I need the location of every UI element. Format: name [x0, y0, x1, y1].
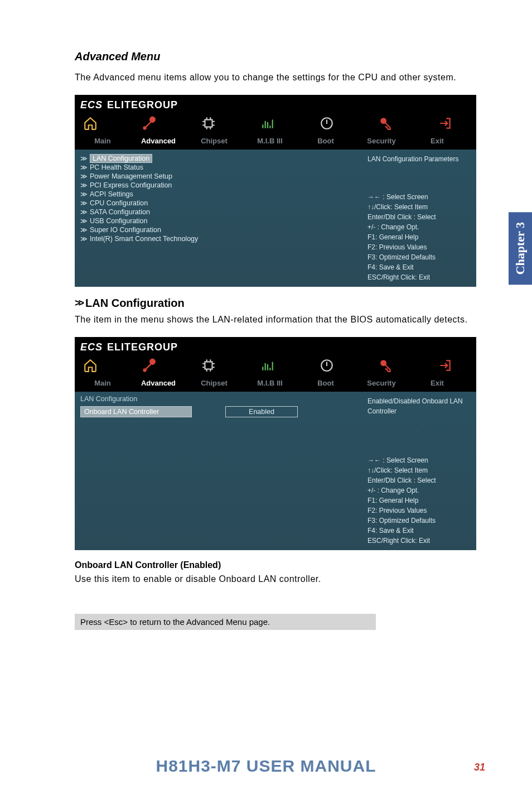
help-key: F2: Previous Values	[367, 242, 471, 252]
section-title: Advanced Menu	[75, 50, 482, 63]
tab-chipset[interactable]: Chipset	[186, 137, 242, 145]
tab-boot[interactable]: Boot	[298, 379, 354, 387]
menu-item-super-io[interactable]: Super IO Configuration	[90, 225, 161, 234]
tab-mib[interactable]: M.I.B III	[242, 137, 298, 145]
chevron-icon: ≫	[80, 226, 88, 234]
help-description: LAN Configuration Parameters	[367, 154, 471, 164]
help-key: F1: General Help	[367, 495, 471, 506]
wrench-icon	[142, 358, 157, 373]
chevron-icon: ≫	[80, 235, 88, 243]
help-key: F3: Optimized Defaults	[367, 252, 471, 262]
exit-icon	[437, 115, 453, 131]
help-key: Enter/Dbl Click : Select	[367, 475, 471, 485]
tab-main[interactable]: Main	[75, 379, 130, 387]
tab-chipset[interactable]: Chipset	[186, 379, 242, 387]
exit-icon	[437, 358, 453, 373]
chevron-icon: ≫	[80, 199, 88, 207]
onboard-lan-title: Onboard LAN Controller (Enabled)	[75, 560, 482, 570]
chevron-icon: ≫	[80, 217, 88, 225]
bios-screenshot-lan: ECS ELITEGROUP Main Advanced Chipset M.I…	[75, 337, 476, 550]
help-key: ESC/Right Click: Exit	[367, 536, 471, 546]
help-key: F4: Save & Exit	[367, 262, 471, 272]
menu-item-acpi[interactable]: ACPI Settings	[90, 190, 133, 199]
menu-item-pc-health[interactable]: PC Health Status	[90, 163, 143, 172]
onboard-lan-desc: Use this item to enable or disable Onboa…	[75, 572, 482, 586]
bios-screenshot-advanced: ECS ELITEGROUP Main Advanced Chipset M.I…	[75, 95, 476, 287]
esc-note: Press <Esc> to return to the Advanced Me…	[75, 614, 376, 630]
tab-security[interactable]: Security	[354, 379, 409, 387]
tab-advanced[interactable]: Advanced	[130, 379, 186, 387]
chevron-icon: ≫	[80, 155, 88, 162]
tab-exit[interactable]: Exit	[409, 379, 465, 387]
key-icon	[378, 358, 394, 373]
lan-config-desc: The item in the menu shows the LAN-relat…	[75, 313, 482, 327]
lan-config-heading: >> LAN Configuration	[75, 297, 482, 310]
intro-paragraph: The Advanced menu items allow you to cha…	[75, 71, 482, 85]
svg-rect-0	[205, 119, 212, 127]
help-description: Enabled/Disabled Onboard LAN Controller	[367, 396, 471, 416]
menu-item-lan-config[interactable]: LAN Configuration	[90, 154, 152, 163]
wrench-icon	[142, 115, 157, 131]
chapter-tab: Chapter 3	[509, 212, 532, 285]
power-icon	[319, 115, 335, 131]
help-key: ↑↓/Click: Select Item	[367, 465, 471, 475]
ecs-logo: ECS ELITEGROUP	[80, 341, 178, 353]
chevron-icon: ≫	[80, 181, 88, 189]
home-icon	[83, 358, 98, 373]
onboard-lan-value[interactable]: Enabled	[225, 406, 298, 417]
tab-mib[interactable]: M.I.B III	[242, 379, 298, 387]
menu-item-pci-express[interactable]: PCI Express Configuration	[90, 181, 172, 190]
chip-icon	[201, 358, 216, 373]
lan-breadcrumb: LAN Configuration	[75, 392, 362, 404]
tab-exit[interactable]: Exit	[409, 137, 465, 145]
help-key: ↑↓/Click: Select Item	[367, 202, 471, 212]
key-icon	[378, 115, 394, 131]
help-key: ESC/Right Click: Exit	[367, 272, 471, 282]
chevron-icon: >>	[75, 297, 82, 309]
chevron-icon: ≫	[80, 172, 88, 180]
tab-main[interactable]: Main	[75, 137, 130, 145]
help-key: F2: Previous Values	[367, 506, 471, 516]
chevron-icon: ≫	[80, 208, 88, 216]
help-key: F1: General Help	[367, 232, 471, 242]
menu-item-intel-smart-connect[interactable]: Intel(R) Smart Connect Technology	[90, 234, 198, 243]
svg-rect-3	[205, 362, 212, 369]
onboard-lan-option[interactable]: Onboard LAN Controller	[80, 406, 192, 417]
ecs-logo: ECS ELITEGROUP	[80, 99, 178, 111]
chip-icon	[201, 115, 216, 131]
tuning-icon	[260, 358, 275, 373]
bios-tab-bar: Main Advanced Chipset M.I.B III Boot Sec…	[75, 134, 476, 150]
menu-item-power-mgmt[interactable]: Power Management Setup	[90, 172, 172, 181]
tab-boot[interactable]: Boot	[298, 137, 354, 145]
menu-item-usb-config[interactable]: USB Configuration	[90, 216, 148, 225]
manual-title-footer: H81H3-M7 USER MANUAL	[0, 757, 532, 776]
menu-item-sata-config[interactable]: SATA Configuration	[90, 208, 150, 216]
help-key: +/- : Change Opt.	[367, 222, 471, 232]
tab-advanced[interactable]: Advanced	[130, 137, 186, 145]
help-key: Enter/Dbl Click : Select	[367, 212, 471, 222]
help-key: F4: Save & Exit	[367, 526, 471, 536]
chevron-icon: ≫	[80, 190, 88, 198]
help-key: +/- : Change Opt.	[367, 485, 471, 495]
help-key: →← : Select Screen	[367, 455, 471, 465]
menu-item-cpu-config[interactable]: CPU Configuration	[90, 199, 148, 208]
power-icon	[319, 358, 335, 373]
home-icon	[83, 115, 98, 131]
help-key: →← : Select Screen	[367, 192, 471, 202]
chevron-icon: ≫	[80, 163, 88, 171]
help-key: F3: Optimized Defaults	[367, 516, 471, 526]
page-number: 31	[474, 762, 485, 773]
tuning-icon	[260, 115, 275, 131]
tab-security[interactable]: Security	[354, 137, 409, 145]
